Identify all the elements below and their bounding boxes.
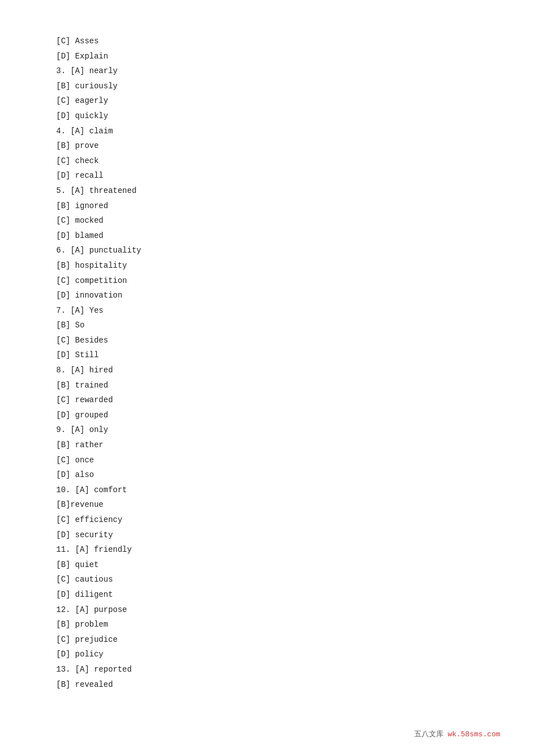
list-item-q5-c: [C] mocked	[56, 213, 478, 228]
list-item-q10-c: [C] efficiency	[56, 512, 478, 528]
list-item-q11-a: 11. [A] friendly	[56, 542, 478, 557]
list-item-q7-a: 7. [A] Yes	[56, 303, 478, 318]
list-item-q6-a: 6. [A] punctuality	[56, 243, 478, 258]
list-item-q6-c: [C] competition	[56, 273, 478, 289]
list-item-q8-c: [C] rewarded	[56, 393, 478, 408]
list-item-q7-b: [B] So	[56, 318, 478, 333]
list-item-q9-a: 9. [A] only	[56, 422, 478, 438]
list-item-q12-b: [B] problem	[56, 617, 478, 632]
list-item-q8-a: 8. [A] hired	[56, 363, 478, 378]
list-item-q11-d: [D] diligent	[56, 587, 478, 602]
list-item-q4-b: [B] prove	[56, 138, 478, 154]
list-item-q3-a: 3. [A] nearly	[56, 64, 478, 79]
list-item-q7-c: [C] Besides	[56, 333, 478, 348]
list-item-q10-a: 10. [A] comfort	[56, 483, 478, 498]
list-item-q12-c: [C] prejudice	[56, 632, 478, 647]
list-item-q11-c: [C] cautious	[56, 572, 478, 587]
list-item-d-explain: [D] Explain	[56, 49, 478, 64]
list-item-c-asses: [C] Asses	[56, 34, 478, 49]
list-item-q5-d: [D] blamed	[56, 228, 478, 244]
list-item-q10-b: [B]revenue	[56, 497, 478, 512]
list-item-q5-b: [B] ignored	[56, 199, 478, 214]
list-item-q9-c: [C] once	[56, 453, 478, 468]
list-item-q6-d: [D] innovation	[56, 288, 478, 303]
list-item-q6-b: [B] hospitality	[56, 258, 478, 273]
list-item-q8-d: [D] grouped	[56, 408, 478, 423]
list-item-q11-b: [B] quiet	[56, 557, 478, 573]
footer: 五八文库 wk.58sms.com	[414, 729, 500, 739]
list-item-q4-c: [C] check	[56, 154, 478, 169]
list-item-q4-d: [D] recall	[56, 168, 478, 183]
list-item-q3-d: [D] quickly	[56, 109, 478, 124]
footer-brand: wk.58sms.com	[447, 730, 500, 739]
list-item-q8-b: [B] trained	[56, 378, 478, 393]
list-item-q9-d: [D] also	[56, 467, 478, 483]
list-item-q12-a: 12. [A] purpose	[56, 602, 478, 618]
list-item-q12-d: [D] policy	[56, 647, 478, 662]
list-item-q13-b: [B] revealed	[56, 677, 478, 692]
main-content: [C] Asses[D] Explain3. [A] nearly[B] cur…	[0, 0, 534, 737]
list-item-q9-b: [B] rather	[56, 438, 478, 453]
list-item-q3-c: [C] eagerly	[56, 93, 478, 109]
list-item-q10-d: [D] security	[56, 528, 478, 543]
list-item-q3-b: [B] curiously	[56, 79, 478, 94]
list-item-q7-d: [D] Still	[56, 348, 478, 363]
footer-prefix: 五八文库	[414, 730, 448, 739]
list-item-q4-a: 4. [A] claim	[56, 124, 478, 139]
list-item-q13-a: 13. [A] reported	[56, 662, 478, 677]
list-item-q5-a: 5. [A] threatened	[56, 183, 478, 199]
